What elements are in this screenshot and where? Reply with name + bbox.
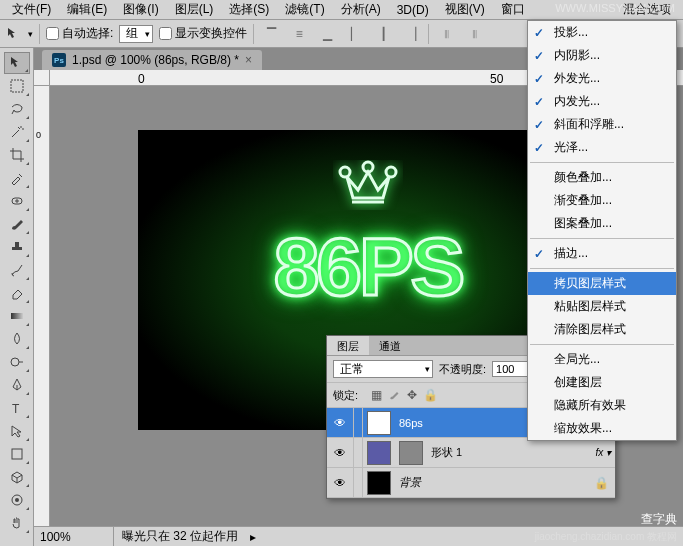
menu-edit[interactable]: 编辑(E) xyxy=(59,0,115,20)
align-left-icon[interactable]: ▏ xyxy=(344,23,366,45)
distribute-icon-2[interactable]: ⫴ xyxy=(463,23,485,45)
eyedropper-tool[interactable] xyxy=(4,167,30,189)
menu-item[interactable]: ✓投影... xyxy=(528,21,676,44)
menu-item[interactable]: 全局光... xyxy=(528,348,676,371)
history-brush-tool[interactable] xyxy=(4,259,30,281)
show-transform-input[interactable] xyxy=(159,27,172,40)
ruler-mark: 0 xyxy=(36,130,41,140)
auto-select-input[interactable] xyxy=(46,27,59,40)
layer-thumb[interactable] xyxy=(367,471,391,495)
align-hcenter-icon[interactable]: ┃ xyxy=(372,23,394,45)
close-icon[interactable]: × xyxy=(245,53,252,67)
eraser-tool[interactable] xyxy=(4,282,30,304)
dodge-tool[interactable] xyxy=(4,351,30,373)
crop-tool[interactable] xyxy=(4,144,30,166)
layer-thumb[interactable] xyxy=(367,441,391,465)
ps-file-icon: Ps xyxy=(52,53,66,67)
pen-tool[interactable] xyxy=(4,374,30,396)
menu-item[interactable]: 创建图层 xyxy=(528,371,676,394)
status-caret-icon[interactable]: ▸ xyxy=(250,530,256,544)
layer-thumb[interactable]: T xyxy=(367,411,391,435)
menu-item[interactable]: ✓内阴影... xyxy=(528,44,676,67)
align-bottom-icon[interactable]: ▁ xyxy=(316,23,338,45)
menu-item-label: 创建图层 xyxy=(554,374,602,391)
lock-transparency-icon[interactable]: ▦ xyxy=(368,387,384,403)
document-tab[interactable]: Ps 1.psd @ 100% (86ps, RGB/8) * × xyxy=(42,50,262,70)
lock-pixels-icon[interactable] xyxy=(386,387,402,403)
show-transform-checkbox[interactable]: 显示变换控件 xyxy=(159,25,247,42)
menu-item[interactable]: 渐变叠加... xyxy=(528,189,676,212)
ruler-mark: 50 xyxy=(490,72,503,86)
fx-badge[interactable]: fx ▾ xyxy=(595,447,615,458)
menu-item[interactable]: ✓斜面和浮雕... xyxy=(528,113,676,136)
type-tool[interactable]: T xyxy=(4,397,30,419)
visibility-icon[interactable]: 👁 xyxy=(327,446,353,460)
svg-rect-2 xyxy=(11,313,23,319)
move-tool[interactable] xyxy=(4,52,30,74)
menu-image[interactable]: 图像(I) xyxy=(115,0,166,20)
tab-layers[interactable]: 图层 xyxy=(327,336,369,355)
tab-channels[interactable]: 通道 xyxy=(369,336,411,355)
menu-window[interactable]: 窗口 xyxy=(493,0,533,20)
align-right-icon[interactable]: ▕ xyxy=(400,23,422,45)
menu-item-label: 清除图层样式 xyxy=(554,321,626,338)
menu-item[interactable]: 隐藏所有效果 xyxy=(528,394,676,417)
check-icon: ✓ xyxy=(534,118,544,132)
menu-item[interactable]: 图案叠加... xyxy=(528,212,676,235)
align-vcenter-icon[interactable]: ≡ xyxy=(288,23,310,45)
layer-item-shape[interactable]: 👁 形状 1 fx ▾ xyxy=(327,438,615,468)
menu-filter[interactable]: 滤镜(T) xyxy=(277,0,332,20)
menu-item[interactable]: 粘贴图层样式 xyxy=(528,295,676,318)
layer-item-bg[interactable]: 👁 背景 🔒 xyxy=(327,468,615,498)
wand-tool[interactable] xyxy=(4,121,30,143)
lock-icon: 🔒 xyxy=(594,476,615,490)
menu-item[interactable]: 清除图层样式 xyxy=(528,318,676,341)
layer-mask-thumb[interactable] xyxy=(399,441,423,465)
layer-name[interactable]: 背景 xyxy=(395,475,594,490)
menu-item[interactable]: ✓内发光... xyxy=(528,90,676,113)
menu-select[interactable]: 选择(S) xyxy=(221,0,277,20)
ruler-vertical[interactable]: 0 xyxy=(34,86,50,526)
svg-rect-0 xyxy=(11,80,23,92)
zoom-field[interactable]: 100% xyxy=(34,527,114,546)
brush-tool[interactable] xyxy=(4,213,30,235)
marquee-tool[interactable] xyxy=(4,75,30,97)
heal-tool[interactable] xyxy=(4,190,30,212)
menu-file[interactable]: 文件(F) xyxy=(4,0,59,20)
blend-mode-select[interactable]: 正常 xyxy=(333,360,433,378)
distribute-icon-1[interactable]: ⫴ xyxy=(435,23,457,45)
3d-tool[interactable] xyxy=(4,466,30,488)
menu-item[interactable]: 缩放效果... xyxy=(528,417,676,440)
menu-analysis[interactable]: 分析(A) xyxy=(333,0,389,20)
menu-item[interactable]: 颜色叠加... xyxy=(528,166,676,189)
check-icon: ✓ xyxy=(534,95,544,109)
layer-name[interactable]: 形状 1 xyxy=(427,445,595,460)
menu-3d[interactable]: 3D(D) xyxy=(389,1,437,19)
lock-all-icon[interactable]: 🔒 xyxy=(422,387,438,403)
dropdown-caret-icon[interactable]: ▾ xyxy=(28,29,33,39)
lock-position-icon[interactable]: ✥ xyxy=(404,387,420,403)
menu-item-label: 内阴影... xyxy=(554,47,600,64)
auto-select-checkbox[interactable]: 自动选择: xyxy=(46,25,113,42)
visibility-icon[interactable]: 👁 xyxy=(327,416,353,430)
3d-camera-tool[interactable] xyxy=(4,489,30,511)
visibility-icon[interactable]: 👁 xyxy=(327,476,353,490)
gradient-tool[interactable] xyxy=(4,305,30,327)
blend-mode-value: 正常 xyxy=(340,361,364,378)
menu-item[interactable]: 拷贝图层样式 xyxy=(528,272,676,295)
path-tool[interactable] xyxy=(4,420,30,442)
lasso-tool[interactable] xyxy=(4,98,30,120)
hand-tool[interactable] xyxy=(4,512,30,534)
menu-layer[interactable]: 图层(L) xyxy=(167,0,222,20)
auto-select-type-select[interactable]: 组 xyxy=(119,25,153,43)
shape-tool[interactable] xyxy=(4,443,30,465)
menu-view[interactable]: 视图(V) xyxy=(437,0,493,20)
menu-item[interactable]: ✓描边... xyxy=(528,242,676,265)
menu-item[interactable]: ✓外发光... xyxy=(528,67,676,90)
stamp-tool[interactable] xyxy=(4,236,30,258)
blur-tool[interactable] xyxy=(4,328,30,350)
menu-item[interactable]: ✓光泽... xyxy=(528,136,676,159)
align-top-icon[interactable]: ▔ xyxy=(260,23,282,45)
svg-text:T: T xyxy=(12,402,20,416)
menu-item-label: 光泽... xyxy=(554,139,588,156)
